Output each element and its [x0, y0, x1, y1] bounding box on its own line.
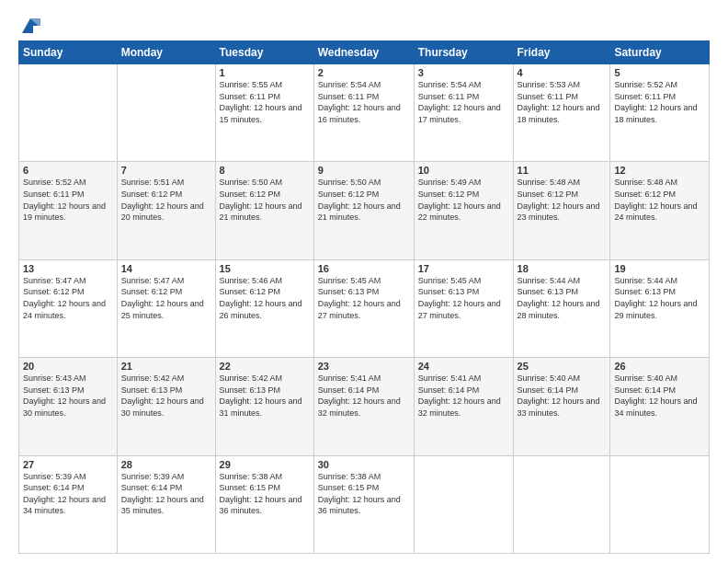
day-number: 15	[220, 263, 310, 274]
day-number: 10	[418, 165, 509, 176]
day-number: 16	[318, 263, 410, 274]
day-info: Sunrise: 5:54 AM Sunset: 6:11 PM Dayligh…	[418, 79, 509, 125]
day-number: 19	[614, 263, 705, 274]
day-number: 1	[220, 67, 310, 78]
calendar-cell: 25Sunrise: 5:40 AM Sunset: 6:14 PM Dayli…	[513, 358, 610, 455]
calendar-cell	[513, 455, 610, 553]
day-info: Sunrise: 5:48 AM Sunset: 6:12 PM Dayligh…	[518, 177, 607, 223]
calendar-cell: 16Sunrise: 5:45 AM Sunset: 6:13 PM Dayli…	[313, 259, 414, 357]
calendar-cell: 11Sunrise: 5:48 AM Sunset: 6:12 PM Dayli…	[513, 162, 610, 259]
day-number: 7	[121, 165, 211, 176]
calendar-week-2: 6Sunrise: 5:52 AM Sunset: 6:11 PM Daylig…	[19, 162, 710, 259]
day-number: 28	[121, 459, 211, 470]
day-info: Sunrise: 5:45 AM Sunset: 6:13 PM Dayligh…	[418, 275, 509, 321]
day-info: Sunrise: 5:41 AM Sunset: 6:14 PM Dayligh…	[318, 373, 410, 419]
calendar-cell: 1Sunrise: 5:55 AM Sunset: 6:11 PM Daylig…	[215, 64, 313, 162]
day-info: Sunrise: 5:50 AM Sunset: 6:12 PM Dayligh…	[318, 177, 410, 223]
day-number: 9	[318, 165, 410, 176]
day-number: 21	[121, 361, 211, 372]
col-header-saturday: Saturday	[610, 41, 710, 64]
calendar-cell: 4Sunrise: 5:53 AM Sunset: 6:11 PM Daylig…	[513, 64, 610, 162]
calendar-cell: 23Sunrise: 5:41 AM Sunset: 6:14 PM Dayli…	[313, 358, 414, 455]
calendar-cell: 21Sunrise: 5:42 AM Sunset: 6:13 PM Dayli…	[117, 358, 215, 455]
day-info: Sunrise: 5:50 AM Sunset: 6:12 PM Dayligh…	[220, 177, 310, 223]
calendar-cell: 22Sunrise: 5:42 AM Sunset: 6:13 PM Dayli…	[215, 358, 313, 455]
day-number: 24	[418, 361, 509, 372]
calendar-cell	[19, 64, 118, 162]
col-header-monday: Monday	[117, 41, 215, 64]
day-number: 27	[23, 459, 113, 470]
calendar-cell: 18Sunrise: 5:44 AM Sunset: 6:13 PM Dayli…	[513, 259, 610, 357]
calendar-cell: 30Sunrise: 5:38 AM Sunset: 6:15 PM Dayli…	[313, 455, 414, 553]
calendar-week-3: 13Sunrise: 5:47 AM Sunset: 6:12 PM Dayli…	[19, 259, 710, 357]
calendar-cell: 28Sunrise: 5:39 AM Sunset: 6:14 PM Dayli…	[117, 455, 215, 553]
col-header-tuesday: Tuesday	[215, 41, 313, 64]
day-number: 5	[614, 67, 705, 78]
day-info: Sunrise: 5:49 AM Sunset: 6:12 PM Dayligh…	[418, 177, 509, 223]
day-info: Sunrise: 5:53 AM Sunset: 6:11 PM Dayligh…	[518, 79, 607, 125]
calendar-cell: 15Sunrise: 5:46 AM Sunset: 6:12 PM Dayli…	[215, 259, 313, 357]
day-number: 12	[614, 165, 705, 176]
calendar-cell: 8Sunrise: 5:50 AM Sunset: 6:12 PM Daylig…	[215, 162, 313, 259]
calendar-cell	[414, 455, 513, 553]
calendar-cell: 7Sunrise: 5:51 AM Sunset: 6:12 PM Daylig…	[117, 162, 215, 259]
day-number: 18	[518, 263, 607, 274]
header	[18, 17, 710, 33]
calendar-week-1: 1Sunrise: 5:55 AM Sunset: 6:11 PM Daylig…	[19, 64, 710, 162]
calendar-cell: 12Sunrise: 5:48 AM Sunset: 6:12 PM Dayli…	[610, 162, 710, 259]
calendar-cell: 9Sunrise: 5:50 AM Sunset: 6:12 PM Daylig…	[313, 162, 414, 259]
day-number: 6	[23, 165, 113, 176]
day-info: Sunrise: 5:40 AM Sunset: 6:14 PM Dayligh…	[614, 373, 705, 419]
calendar-cell: 10Sunrise: 5:49 AM Sunset: 6:12 PM Dayli…	[414, 162, 513, 259]
day-info: Sunrise: 5:40 AM Sunset: 6:14 PM Dayligh…	[518, 373, 607, 419]
day-info: Sunrise: 5:54 AM Sunset: 6:11 PM Dayligh…	[318, 79, 410, 125]
day-info: Sunrise: 5:42 AM Sunset: 6:13 PM Dayligh…	[220, 373, 310, 419]
calendar-table: SundayMondayTuesdayWednesdayThursdayFrid…	[18, 40, 710, 554]
day-number: 3	[418, 67, 509, 78]
day-number: 22	[220, 361, 310, 372]
calendar-week-5: 27Sunrise: 5:39 AM Sunset: 6:14 PM Dayli…	[19, 455, 710, 553]
day-info: Sunrise: 5:48 AM Sunset: 6:12 PM Dayligh…	[614, 177, 705, 223]
calendar-cell: 14Sunrise: 5:47 AM Sunset: 6:12 PM Dayli…	[117, 259, 215, 357]
day-info: Sunrise: 5:51 AM Sunset: 6:12 PM Dayligh…	[121, 177, 211, 223]
day-number: 4	[518, 67, 607, 78]
day-info: Sunrise: 5:41 AM Sunset: 6:14 PM Dayligh…	[418, 373, 509, 419]
day-info: Sunrise: 5:44 AM Sunset: 6:13 PM Dayligh…	[518, 275, 607, 321]
calendar-cell	[117, 64, 215, 162]
day-number: 11	[518, 165, 607, 176]
day-number: 8	[220, 165, 310, 176]
calendar-cell: 20Sunrise: 5:43 AM Sunset: 6:13 PM Dayli…	[19, 358, 118, 455]
day-number: 29	[220, 459, 310, 470]
day-number: 14	[121, 263, 211, 274]
day-info: Sunrise: 5:44 AM Sunset: 6:13 PM Dayligh…	[614, 275, 705, 321]
day-number: 23	[318, 361, 410, 372]
calendar-cell: 17Sunrise: 5:45 AM Sunset: 6:13 PM Dayli…	[414, 259, 513, 357]
calendar-cell: 6Sunrise: 5:52 AM Sunset: 6:11 PM Daylig…	[19, 162, 118, 259]
logo-icon	[20, 17, 40, 33]
day-number: 17	[418, 263, 509, 274]
day-info: Sunrise: 5:38 AM Sunset: 6:15 PM Dayligh…	[220, 471, 310, 517]
day-info: Sunrise: 5:43 AM Sunset: 6:13 PM Dayligh…	[23, 373, 113, 419]
calendar-week-4: 20Sunrise: 5:43 AM Sunset: 6:13 PM Dayli…	[19, 358, 710, 455]
page: SundayMondayTuesdayWednesdayThursdayFrid…	[0, 0, 728, 563]
day-info: Sunrise: 5:45 AM Sunset: 6:13 PM Dayligh…	[318, 275, 410, 321]
calendar-cell: 2Sunrise: 5:54 AM Sunset: 6:11 PM Daylig…	[313, 64, 414, 162]
day-number: 25	[518, 361, 607, 372]
calendar-cell: 26Sunrise: 5:40 AM Sunset: 6:14 PM Dayli…	[610, 358, 710, 455]
col-header-thursday: Thursday	[414, 41, 513, 64]
day-number: 2	[318, 67, 410, 78]
calendar-header-row: SundayMondayTuesdayWednesdayThursdayFrid…	[19, 41, 710, 64]
calendar-cell: 29Sunrise: 5:38 AM Sunset: 6:15 PM Dayli…	[215, 455, 313, 553]
calendar-cell: 19Sunrise: 5:44 AM Sunset: 6:13 PM Dayli…	[610, 259, 710, 357]
day-info: Sunrise: 5:52 AM Sunset: 6:11 PM Dayligh…	[23, 177, 113, 223]
calendar-cell: 24Sunrise: 5:41 AM Sunset: 6:14 PM Dayli…	[414, 358, 513, 455]
calendar-cell	[610, 455, 710, 553]
day-number: 13	[23, 263, 113, 274]
day-number: 30	[318, 459, 410, 470]
day-info: Sunrise: 5:38 AM Sunset: 6:15 PM Dayligh…	[318, 471, 410, 517]
col-header-friday: Friday	[513, 41, 610, 64]
day-info: Sunrise: 5:39 AM Sunset: 6:14 PM Dayligh…	[23, 471, 113, 517]
day-info: Sunrise: 5:42 AM Sunset: 6:13 PM Dayligh…	[121, 373, 211, 419]
calendar-cell: 13Sunrise: 5:47 AM Sunset: 6:12 PM Dayli…	[19, 259, 118, 357]
calendar-cell: 3Sunrise: 5:54 AM Sunset: 6:11 PM Daylig…	[414, 64, 513, 162]
